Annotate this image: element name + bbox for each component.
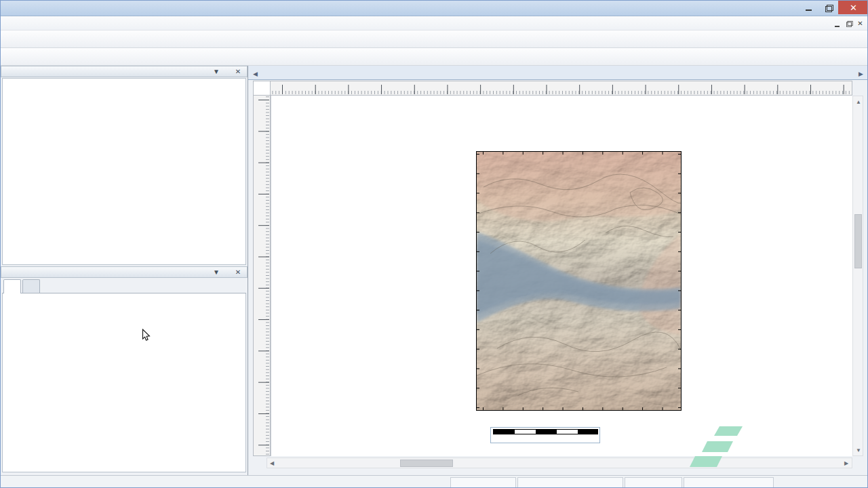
map-scale-bar[interactable] [493, 429, 598, 434]
tab-scroll-left-icon[interactable]: ◀ [250, 68, 260, 79]
scroll-down-icon[interactable]: ▼ [854, 445, 863, 455]
doc-minimize-button[interactable] [831, 18, 843, 28]
restore-button[interactable] [818, 1, 838, 14]
surfer-window: ✕ ✕ ▼ ✕ [0, 0, 868, 488]
scroll-left-icon[interactable]: ◀ [267, 458, 277, 468]
pin-icon[interactable] [222, 67, 233, 77]
panel-menu-icon[interactable]: ▼ [211, 268, 222, 277]
status-size [684, 477, 774, 488]
doc-close-button[interactable]: ✕ [854, 18, 866, 28]
property-manager-header[interactable]: ▼ ✕ [1, 266, 248, 278]
object-manager-panel: ▼ ✕ [1, 66, 248, 266]
pin-icon[interactable] [222, 268, 233, 277]
left-panel-column: ▼ ✕ ▼ ✕ [1, 66, 248, 475]
surfer-logo-icon [5, 3, 16, 14]
horizontal-scroll-thumb[interactable] [400, 460, 453, 467]
document-icon [6, 18, 18, 28]
close-button[interactable]: ✕ [838, 1, 868, 14]
status-selection [450, 477, 516, 488]
vertical-scroll-thumb[interactable] [854, 214, 862, 268]
terrain-map [477, 152, 681, 410]
object-tree [2, 78, 246, 265]
vertical-scrollbar[interactable]: ▲ ▼ [852, 96, 863, 456]
lock-button[interactable] [2, 49, 18, 64]
ruler-corner [253, 81, 271, 96]
menubar: ✕ [1, 16, 868, 30]
object-manager-header[interactable]: ▼ ✕ [1, 66, 248, 77]
panel-close-icon[interactable]: ✕ [233, 268, 243, 277]
plot-canvas[interactable] [271, 96, 852, 456]
status-position [625, 477, 682, 488]
status-empty [517, 477, 623, 488]
doc-restore-button[interactable] [843, 18, 854, 28]
mouse-cursor [142, 329, 151, 344]
horizontal-ruler [271, 81, 852, 96]
property-manager-panel: ▼ ✕ [1, 266, 248, 474]
document-tabstrip [248, 66, 868, 80]
standard-toolbar [1, 30, 868, 48]
statusbar [1, 475, 868, 488]
coordinates-toolbar [1, 48, 868, 66]
tab-info[interactable] [22, 279, 40, 293]
titlebar: ✕ [1, 1, 868, 16]
map-frame[interactable] [476, 151, 682, 411]
property-tabs [2, 279, 246, 293]
scroll-up-icon[interactable]: ▲ [854, 97, 863, 106]
panel-close-icon[interactable]: ✕ [233, 67, 243, 77]
tab-scroll-right-icon[interactable]: ▶ [856, 68, 866, 79]
status-message [2, 477, 448, 488]
property-grid [2, 293, 246, 472]
minimize-button[interactable] [799, 1, 818, 14]
scroll-right-icon[interactable]: ▶ [842, 458, 851, 468]
panel-menu-icon[interactable]: ▼ [211, 67, 222, 77]
vertical-ruler [253, 96, 271, 456]
tab-general[interactable] [3, 279, 21, 293]
